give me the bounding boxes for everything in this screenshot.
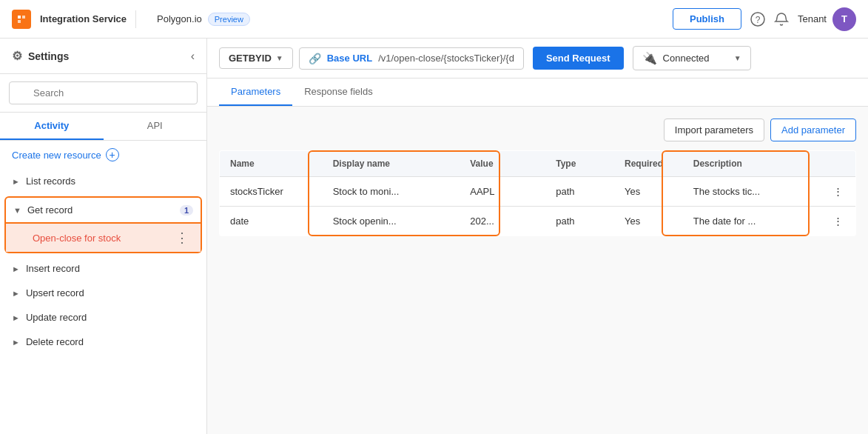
add-parameter-button[interactable]: Add parameter xyxy=(770,118,856,141)
col-header-name: Name xyxy=(220,151,323,177)
tenant-area: Tenant T xyxy=(798,7,856,31)
search-input[interactable] xyxy=(9,81,198,104)
help-button[interactable]: ? xyxy=(750,12,765,27)
cell-name-1: date xyxy=(220,207,323,236)
user-avatar: T xyxy=(832,7,856,31)
connector-name: Polygon.io xyxy=(157,13,202,24)
nav-group-header-list-records[interactable]: ► List records xyxy=(0,169,206,193)
notifications-button[interactable] xyxy=(774,12,789,27)
col-header-value: Value xyxy=(460,151,545,177)
nav-item-dots-icon[interactable]: ⋮ xyxy=(175,230,189,246)
cell-actions-1[interactable]: ⋮ xyxy=(820,207,855,236)
tab-parameters[interactable]: Parameters xyxy=(219,79,292,106)
nav-group-label-update-record: Update record xyxy=(26,312,87,323)
nav-group-title-insert-record: ► Insert record xyxy=(12,263,80,274)
search-wrapper: 🔍 xyxy=(9,81,198,104)
col-header-displayname: Display name xyxy=(323,151,460,177)
nav-group-header-update-record[interactable]: ► Update record xyxy=(0,305,206,330)
nav-group-list-records: ► List records xyxy=(0,169,206,193)
connected-section[interactable]: 🔌 Connected ▼ xyxy=(633,46,751,70)
create-resource-icon: + xyxy=(106,148,119,161)
nav-group-label-upsert-record: Upsert record xyxy=(26,287,84,298)
connected-dropdown-arrow-icon: ▼ xyxy=(734,54,741,62)
uipath-wordmark: Integration Service xyxy=(40,13,127,24)
base-url-label: Base URL xyxy=(327,53,372,64)
sidebar-collapse-button[interactable]: ‹ xyxy=(191,50,195,63)
nav-group-label-delete-record: Delete record xyxy=(26,336,84,347)
cell-type-0: path xyxy=(545,177,614,207)
nav-group-label-insert-record: Insert record xyxy=(26,263,80,274)
connected-label: Connected xyxy=(663,53,710,64)
publish-button[interactable]: Publish xyxy=(673,8,741,30)
send-request-button[interactable]: Send Request xyxy=(533,47,624,70)
nav-group-get-record: ▼ Get record 1 Open-close for stock ⋮ xyxy=(0,196,206,253)
method-dropdown[interactable]: GETBYID ▼ xyxy=(219,47,293,69)
tab-api[interactable]: API xyxy=(104,113,207,140)
cell-value-0: AAPL xyxy=(460,177,545,207)
svg-text:?: ? xyxy=(756,15,761,25)
col-header-actions xyxy=(820,151,855,177)
sidebar-search-area: 🔍 xyxy=(0,74,206,113)
sidebar-nav: ► List records ▼ Get record 1 Open-close xyxy=(0,169,206,434)
logo-area: Integration Service xyxy=(12,10,127,29)
nav-right-area: Publish ? Tenant T xyxy=(673,7,856,31)
connected-inner: 🔌 Connected xyxy=(642,51,710,65)
nav-group-label-get-record: Get record xyxy=(27,204,73,216)
chevron-right-icon: ► xyxy=(12,177,20,186)
method-label: GETBYID xyxy=(229,53,272,64)
nav-group-title-list-records: ► List records xyxy=(12,176,75,187)
sidebar-title-text: Settings xyxy=(28,50,69,62)
nav-group-upsert-record: ► Upsert record xyxy=(0,281,206,305)
nav-group-header-insert-record[interactable]: ► Insert record xyxy=(0,256,206,281)
chevron-right-icon-update: ► xyxy=(12,313,20,322)
import-parameters-button[interactable]: Import parameters xyxy=(664,118,764,141)
col-header-type: Type xyxy=(545,151,614,177)
cell-description-1: The date for ... xyxy=(683,207,821,236)
cell-type-1: path xyxy=(545,207,614,236)
nav-group-header-get-record[interactable]: ▼ Get record 1 xyxy=(4,196,202,224)
sidebar-header: ⚙ Settings ‹ xyxy=(0,39,206,74)
get-record-expanded-area: Open-close for stock ⋮ xyxy=(4,224,202,253)
chevron-down-icon: ▼ xyxy=(13,206,21,215)
parameters-table: Name Display name Value Type Required De… xyxy=(219,150,856,236)
nav-group-label-list-records: List records xyxy=(26,176,75,187)
link-icon: 🔗 xyxy=(309,53,321,64)
get-record-count-badge: 1 xyxy=(180,205,193,216)
nav-group-header-delete-record[interactable]: ► Delete record xyxy=(0,330,206,354)
table-wrapper: Name Display name Value Type Required De… xyxy=(219,150,856,236)
cell-value-1: 202... xyxy=(460,207,545,236)
uipath-logo-icon xyxy=(12,10,31,29)
tab-activity[interactable]: Activity xyxy=(0,113,104,140)
plug-icon: 🔌 xyxy=(642,51,657,65)
top-nav: Integration Service Polygon.io Preview P… xyxy=(0,0,868,39)
url-path-text: /v1/open-close/{stocksTicker}/{d xyxy=(378,53,514,64)
table-row: stocksTicker Stock to moni... AAPL path … xyxy=(220,177,856,207)
nav-group-delete-record: ► Delete record xyxy=(0,330,206,354)
nav-group-header-upsert-record[interactable]: ► Upsert record xyxy=(0,281,206,305)
chevron-right-icon-delete: ► xyxy=(12,338,20,347)
sidebar-tabs: Activity API xyxy=(0,113,206,141)
preview-badge: Preview xyxy=(208,13,250,26)
cell-displayname-1: Stock openin... xyxy=(323,207,460,236)
nav-group-insert-record: ► Insert record xyxy=(0,256,206,281)
settings-icon: ⚙ xyxy=(12,49,22,63)
table-header-row: Name Display name Value Type Required De… xyxy=(220,151,856,177)
nav-item-open-close-stock[interactable]: Open-close for stock ⋮ xyxy=(6,224,201,252)
cell-actions-0[interactable]: ⋮ xyxy=(820,177,855,207)
create-resource-area[interactable]: Create new resource + xyxy=(0,141,206,169)
table-row: date Stock openin... 202... path Yes The… xyxy=(220,207,856,236)
cell-required-1: Yes xyxy=(614,207,683,236)
col-header-required: Required xyxy=(614,151,683,177)
col-header-description: Description xyxy=(683,151,821,177)
base-url-section[interactable]: 🔗 Base URL /v1/open-close/{stocksTicker}… xyxy=(299,47,524,70)
tenant-name: Tenant xyxy=(798,13,827,24)
nav-group-title-get-record: ▼ Get record xyxy=(13,204,73,216)
cell-displayname-0: Stock to moni... xyxy=(323,177,460,207)
chevron-right-icon-insert: ► xyxy=(12,264,20,273)
chevron-right-icon-upsert: ► xyxy=(12,289,20,298)
tab-response-fields[interactable]: Response fields xyxy=(292,79,385,106)
content-tabs: Parameters Response fields xyxy=(207,79,868,107)
content-toolbar: GETBYID ▼ 🔗 Base URL /v1/open-close/{sto… xyxy=(207,39,868,79)
content-area: GETBYID ▼ 🔗 Base URL /v1/open-close/{sto… xyxy=(207,39,868,434)
table-area: Import parameters Add parameter Name Dis… xyxy=(207,107,868,434)
